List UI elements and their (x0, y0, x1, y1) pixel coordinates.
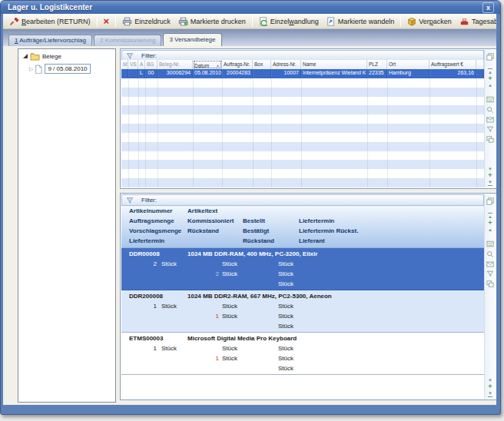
printer-check-icon (178, 17, 188, 26)
package-icon (407, 17, 416, 26)
row-up-icon[interactable]: ▲ (488, 82, 492, 88)
legend-artikeltext: Artikeltext (187, 207, 217, 214)
column-header-adress-nr[interactable]: Adress-Nr. (271, 60, 301, 69)
tree-node-edit-value[interactable]: 9 / 05.08.2010 (45, 64, 90, 74)
app-window: Lager u. Logistikcenter x Bearbeiten (RE… (0, 0, 501, 415)
shipping-documents-panel: Filter: M VS A BG Beleg-Nr. Datum▲ Auftr… (120, 48, 496, 189)
legend-liefertermin-rueckst: Liefertermin Rückst. (299, 227, 358, 234)
copy-window-icon[interactable] (486, 53, 494, 61)
backlog-quantity: 1 (187, 313, 219, 320)
scroll-bottom-icon[interactable]: ▼ (488, 179, 492, 186)
single-convert-button[interactable]: Einzelwandlung (255, 16, 323, 27)
column-header-filler (476, 60, 484, 69)
printer-icon (122, 17, 132, 26)
legend-liefertermin: Liefertermin (299, 217, 334, 224)
tab-versandbelege[interactable]: 3 Versandbelege (163, 33, 221, 46)
toolbar-separator (252, 16, 253, 27)
column-header-box[interactable]: Box (253, 60, 271, 69)
toolbar-separator (97, 16, 98, 27)
document-icon (35, 65, 42, 74)
positions-panel: Filter: Artikelnummer Artikeltext Auftra… (120, 193, 496, 400)
filter-funnel-icon (126, 197, 134, 204)
positions-filter-bar[interactable]: Filter: (121, 194, 484, 206)
column-header-vs[interactable]: VS (128, 60, 138, 69)
filter-icon[interactable] (486, 126, 494, 133)
column-header-auftragswert[interactable]: Auftragswert € (429, 60, 476, 69)
column-header-name[interactable]: Name (301, 60, 367, 69)
orders-table-body[interactable]: L 00 30006294 05.08.2010 20004283 10007 … (121, 69, 484, 187)
tab-auftraege-liefervorschlag[interactable]: 1 Aufträge/Liefervorschlag (8, 35, 92, 46)
tab-kommissionierung[interactable]: 2 Kommissionierung (94, 35, 161, 46)
day-close-button[interactable]: Tagesabschluss (456, 16, 496, 27)
column-header-auftrags-nr[interactable]: Auftrags-Nr. (222, 60, 253, 69)
position-row[interactable]: DDR00008 1024 MB DDR-RAM, 400 MHz, PC-32… (121, 248, 484, 290)
convert-document-icon (259, 17, 268, 26)
search-icon[interactable] (486, 106, 494, 114)
backlog-quantity: 2 (187, 270, 219, 277)
convert-all-icon (327, 17, 336, 26)
expander-open-icon[interactable] (23, 54, 28, 58)
tab-band: 1 Aufträge/Liefervorschlag 2 Kommissioni… (3, 29, 496, 46)
insert-row-icon[interactable]: + (488, 172, 492, 179)
legend-kommissioniert: Kommissioniert (187, 217, 234, 224)
column-header-datum[interactable]: Datum▲ (193, 60, 222, 69)
row-up-icon[interactable]: ▲ (488, 227, 492, 233)
toolbar-separator (400, 16, 401, 27)
hammer-icon (10, 17, 19, 26)
column-header-m[interactable]: M (121, 60, 128, 69)
cash-register-icon (459, 17, 469, 26)
windows-icon[interactable] (486, 280, 494, 287)
insert-row-icon[interactable]: + (488, 220, 492, 227)
backlog-quantity: 1 (187, 355, 219, 362)
column-header-plz[interactable]: PLZ (367, 60, 387, 69)
filter-icon[interactable] (486, 270, 494, 277)
filter-label: Filter: (141, 197, 157, 204)
legend-bestaetigt: Bestätigt (243, 227, 269, 234)
expander-collapsed-icon[interactable]: ▷ (29, 66, 33, 71)
column-header-beleg-nr[interactable]: Beleg-Nr. (158, 60, 193, 69)
orders-side-toolbar: ▲ + ▲ ▼ + ▼ (484, 50, 496, 187)
card-index-icon[interactable] (486, 240, 494, 247)
filter-label: Filter: (141, 52, 157, 59)
window-title: Lager u. Logistikcenter (1, 3, 92, 12)
legend-auftragsmenge: Auftragsmenge (129, 217, 174, 224)
tree-node-beleg-9[interactable]: ▷ 9 / 05.08.2010 (18, 64, 115, 74)
single-print-button[interactable]: Einzeldruck (118, 16, 174, 27)
tree-node-label: Belege (42, 53, 61, 60)
card-index-icon[interactable] (486, 96, 494, 103)
convert-marked-button[interactable]: Markierte wandeln (323, 16, 399, 27)
pack-button[interactable]: Verpacken (403, 16, 456, 27)
legend-rueckstand2: Rückstand (243, 237, 274, 244)
tab-strip: 1 Aufträge/Liefervorschlag 2 Kommissioni… (8, 34, 224, 46)
toolbar-separator (115, 16, 116, 27)
search-icon[interactable] (486, 250, 494, 258)
column-header-ort[interactable]: Ort (387, 60, 429, 69)
legend-artikelnummer: Artikelnummer (129, 207, 172, 214)
legend-rueckstand: Rückstand (187, 227, 219, 234)
close-button[interactable]: x (482, 2, 494, 13)
legend-lieferant: Lieferant (299, 237, 325, 244)
positions-side-toolbar: ▲ + ▲ ▼ + ▼ (484, 194, 496, 399)
scroll-bottom-icon[interactable]: ▼ (488, 390, 492, 397)
copy-window-icon[interactable] (486, 197, 494, 205)
position-row[interactable]: DDR200008 1024 MB DDR2-RAM, 667 MHz, PC2… (121, 290, 484, 333)
insert-row-icon[interactable]: + (488, 75, 492, 82)
windows-icon[interactable] (486, 136, 494, 143)
mail-icon[interactable] (486, 117, 494, 123)
positions-legend: Artikelnummer Artikeltext Auftragsmenge … (121, 206, 484, 248)
position-row[interactable]: ETMS00003 Microsoft Digital Media Pro Ke… (121, 333, 484, 375)
delete-button[interactable]: × (100, 16, 114, 27)
column-header-bg[interactable]: BG (145, 60, 158, 69)
tree-node-belege[interactable]: Belege (18, 51, 115, 61)
legend-bestellt: Bestellt (243, 217, 265, 224)
red-x-icon: × (104, 17, 110, 26)
insert-row-icon[interactable]: + (488, 383, 492, 390)
print-marked-button[interactable]: Markierte drucken (174, 16, 250, 27)
edit-button[interactable]: Bearbeiten (RETURN) (6, 16, 94, 27)
positions-list[interactable]: DDR00008 1024 MB DDR-RAM, 400 MHz, PC-32… (121, 248, 484, 399)
window-body: Bearbeiten (RETURN) × Einzeldruck Markie… (3, 14, 496, 405)
mail-icon[interactable] (486, 261, 494, 267)
filter-funnel-icon (126, 52, 134, 60)
column-header-a[interactable]: A (138, 60, 145, 69)
title-bar: Lager u. Logistikcenter x (1, 1, 500, 14)
